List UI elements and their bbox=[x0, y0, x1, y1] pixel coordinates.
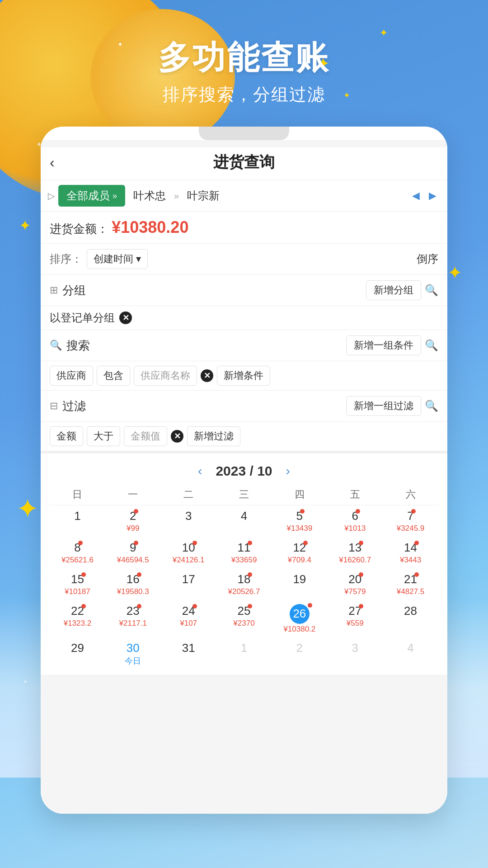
cal-day-1[interactable]: 1 bbox=[50, 505, 105, 537]
cal-day-23[interactable]: 23 ¥2117.1 bbox=[105, 600, 161, 637]
cal-day-6[interactable]: 6 ¥1013 bbox=[327, 505, 383, 537]
cal-day-num-22: 22 bbox=[71, 604, 84, 618]
cal-day-25[interactable]: 25 ¥2370 bbox=[216, 600, 272, 637]
cal-day-2[interactable]: 2 ¥99 bbox=[105, 505, 161, 537]
cal-day-next-2[interactable]: 2 bbox=[272, 637, 327, 670]
cal-day-16[interactable]: 16 ¥19580.3 bbox=[105, 569, 161, 600]
cal-amount-7: ¥3245.9 bbox=[397, 524, 424, 533]
back-button[interactable]: ‹ bbox=[50, 154, 55, 171]
cal-amount-13: ¥16260.7 bbox=[339, 556, 371, 565]
cal-prev-btn[interactable]: ‹ bbox=[198, 464, 202, 478]
cal-day-7[interactable]: 7 ¥3245.9 bbox=[383, 505, 438, 537]
sort-order-value[interactable]: 倒序 bbox=[417, 252, 438, 266]
cal-day-3[interactable]: 3 bbox=[161, 505, 216, 537]
cal-day-31[interactable]: 31 bbox=[161, 637, 216, 670]
cal-day-12[interactable]: 12 ¥709.4 bbox=[272, 537, 327, 569]
cal-day-num-28: 28 bbox=[404, 604, 417, 618]
tab-member2[interactable]: 叶宗新 bbox=[183, 186, 224, 206]
search-pill-close-btn[interactable]: ✕ bbox=[201, 369, 213, 382]
red-dot-15 bbox=[81, 572, 86, 577]
tab-all-members[interactable]: 全部成员 » bbox=[58, 185, 125, 207]
cal-day-5[interactable]: 5 ¥13439 bbox=[272, 505, 327, 537]
filter-search-icon[interactable]: 🔍 bbox=[425, 400, 438, 412]
search-pill-supplier-name[interactable]: 供应商名称 bbox=[134, 366, 197, 386]
add-group-btn[interactable]: 新增分组 bbox=[366, 280, 421, 300]
sort-bar: 排序： 创建时间 ▾ 倒序 bbox=[41, 243, 447, 274]
red-dot-14 bbox=[414, 541, 419, 545]
cal-day-26[interactable]: 26 ¥10380.2 bbox=[272, 600, 327, 637]
cal-day-next-3[interactable]: 3 bbox=[327, 637, 383, 670]
group-tag-close-btn[interactable]: ✕ bbox=[119, 311, 132, 324]
header-title: 多功能查账 bbox=[0, 36, 488, 80]
add-search-condition-btn[interactable]: 新增一组条件 bbox=[346, 335, 421, 355]
filter-pill-amount-value[interactable]: 金额值 bbox=[124, 426, 167, 446]
cal-day-15[interactable]: 15 ¥10187 bbox=[50, 569, 105, 600]
nav-prev-icon[interactable]: ◀ bbox=[408, 188, 423, 203]
search-filter-row: 供应商 包含 供应商名称 ✕ 新增条件 bbox=[41, 361, 447, 390]
red-dot-21 bbox=[414, 572, 419, 577]
cal-day-30[interactable]: 30 今日 bbox=[105, 637, 161, 670]
cal-day-num-next-2: 2 bbox=[296, 641, 303, 655]
search-pill-contains[interactable]: 包含 bbox=[97, 366, 130, 386]
red-dot-11 bbox=[248, 541, 252, 545]
cal-day-11[interactable]: 11 ¥33659 bbox=[216, 537, 272, 569]
tab-member1[interactable]: 叶术忠 bbox=[129, 186, 170, 206]
cal-amount-24: ¥107 bbox=[180, 619, 197, 628]
search-section-icon[interactable]: 🔍 bbox=[425, 339, 438, 352]
search-label: 搜索 bbox=[66, 338, 90, 354]
red-dot-23 bbox=[137, 604, 141, 609]
cal-day-21[interactable]: 21 ¥4827.5 bbox=[383, 569, 438, 600]
star-decoration-5: ✦ bbox=[447, 262, 463, 283]
filter-pill-close-btn[interactable]: ✕ bbox=[171, 430, 183, 443]
group-search-icon[interactable]: 🔍 bbox=[425, 284, 438, 297]
cal-day-next-4[interactable]: 4 bbox=[383, 637, 438, 670]
red-dot-13 bbox=[359, 541, 363, 545]
cal-day-14[interactable]: 14 ¥3443 bbox=[383, 537, 438, 569]
cal-day-8[interactable]: 8 ¥25621.6 bbox=[50, 537, 105, 569]
red-dot-12 bbox=[303, 541, 308, 545]
search-row: 🔍 搜索 新增一组条件 🔍 bbox=[41, 330, 447, 361]
header-area: 多功能查账 排序搜索，分组过滤 bbox=[0, 36, 488, 106]
day-headers: 日 一 二 三 四 五 六 bbox=[50, 484, 438, 505]
cal-amount-21: ¥4827.5 bbox=[397, 587, 424, 596]
nav-next-icon[interactable]: ▶ bbox=[425, 188, 440, 203]
filter-pill-amount[interactable]: 金额 bbox=[50, 426, 83, 446]
cal-day-24[interactable]: 24 ¥107 bbox=[161, 600, 216, 637]
cal-amount-2: ¥99 bbox=[127, 524, 139, 533]
cal-day-20[interactable]: 20 ¥7579 bbox=[327, 569, 383, 600]
add-filter-btn[interactable]: 新增过滤 bbox=[187, 426, 240, 446]
filter-pill-greater[interactable]: 大于 bbox=[87, 426, 120, 446]
cal-amount-25: ¥2370 bbox=[233, 619, 254, 628]
cal-day-17[interactable]: 17 bbox=[161, 569, 216, 600]
cal-next-btn[interactable]: › bbox=[286, 464, 290, 478]
cal-day-num-18: 18 bbox=[238, 572, 251, 586]
group-tag-label: 以登记单分组 bbox=[50, 311, 115, 325]
cal-day-10[interactable]: 10 ¥24126.1 bbox=[161, 537, 216, 569]
star-decoration-11: ✦ bbox=[23, 678, 28, 685]
cal-day-num-24: 24 bbox=[182, 604, 195, 618]
add-search-filter-btn[interactable]: 新增条件 bbox=[217, 366, 270, 386]
cal-amount-9: ¥46594.5 bbox=[117, 556, 149, 565]
cal-day-22[interactable]: 22 ¥1323.2 bbox=[50, 600, 105, 637]
cal-amount-16: ¥19580.3 bbox=[117, 587, 149, 596]
sort-field-dropdown[interactable]: 创建时间 ▾ bbox=[87, 249, 148, 269]
star-decoration-6: ✦ bbox=[16, 493, 39, 524]
add-filter-group-btn[interactable]: 新增一组过滤 bbox=[346, 396, 421, 416]
cal-day-9[interactable]: 9 ¥46594.5 bbox=[105, 537, 161, 569]
filter-icon: ⊟ bbox=[50, 400, 58, 412]
sort-label: 排序： bbox=[50, 252, 82, 266]
day-header-sat: 六 bbox=[383, 488, 438, 501]
search-pill-supplier[interactable]: 供应商 bbox=[50, 366, 93, 386]
red-dot-22 bbox=[81, 604, 86, 609]
cal-day-4[interactable]: 4 bbox=[216, 505, 272, 537]
cal-day-27[interactable]: 27 ¥559 bbox=[327, 600, 383, 637]
red-dot-7 bbox=[411, 509, 416, 514]
cal-day-num-5: 5 bbox=[296, 509, 303, 523]
cal-day-13[interactable]: 13 ¥16260.7 bbox=[327, 537, 383, 569]
cal-day-num-7: 7 bbox=[407, 509, 413, 523]
cal-day-29[interactable]: 29 bbox=[50, 637, 105, 670]
cal-day-28[interactable]: 28 bbox=[383, 600, 438, 637]
cal-day-19[interactable]: 19 bbox=[272, 569, 327, 600]
cal-day-18[interactable]: 18 ¥20526.7 bbox=[216, 569, 272, 600]
cal-day-next-1[interactable]: 1 bbox=[216, 637, 272, 670]
